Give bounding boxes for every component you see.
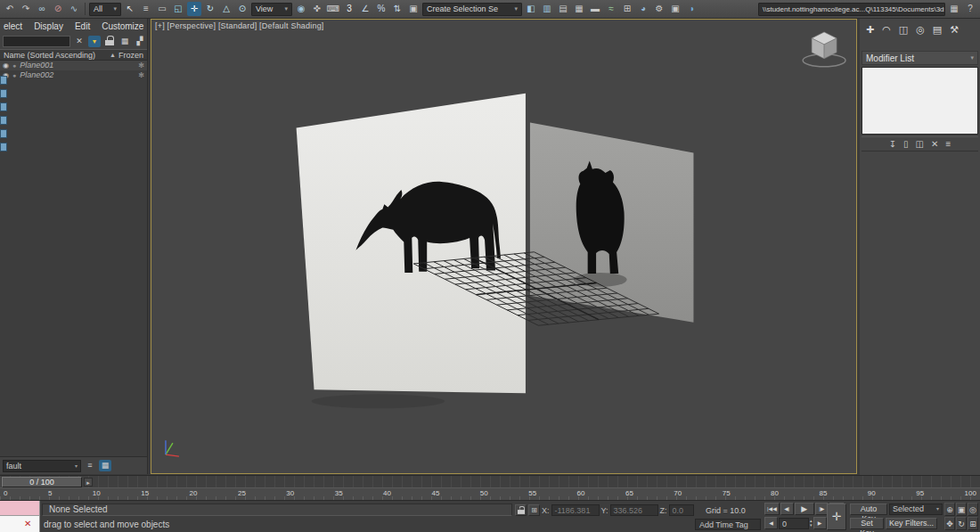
unlink-selection-icon[interactable]: ⊘ (51, 2, 65, 16)
pick-columns-icon[interactable]: ▦ (118, 36, 131, 47)
spinner-down-icon[interactable]: ▾ (810, 523, 813, 528)
go-to-start-button[interactable]: |◀◀ (764, 503, 780, 515)
tab-create-icon[interactable]: ✚ (866, 24, 874, 36)
layout-tab[interactable] (0, 89, 7, 98)
viewport-canvas[interactable] (151, 20, 856, 473)
reference-coordinate-dropdown[interactable]: View ▾ (251, 3, 292, 16)
window-crossing-icon[interactable]: ◱ (171, 2, 185, 16)
set-keys-button[interactable]: ✛ (827, 503, 846, 530)
column-name-label[interactable]: Name (Sorted Ascending) (4, 51, 95, 60)
display-preset-dropdown[interactable]: fault ▾ (3, 460, 81, 472)
tab-motion-icon[interactable]: ◎ (916, 24, 925, 36)
ribbon-toggle-icon[interactable]: ▬ (588, 2, 602, 16)
make-unique-icon[interactable]: ◫ (916, 139, 924, 149)
layout-tab[interactable] (0, 76, 7, 85)
frozen-icon[interactable]: ✻ (138, 61, 144, 70)
select-and-rotate-icon[interactable]: ↻ (203, 2, 217, 16)
key-selection-dropdown[interactable]: Selected ▾ (889, 503, 943, 515)
macro-recorder-field[interactable] (0, 501, 40, 516)
set-key-button[interactable]: Set Key (850, 518, 884, 529)
timeline-ruler[interactable]: 0510152025303540455055606570758085909510… (0, 487, 980, 500)
previous-frame-button[interactable]: ◀| (780, 503, 794, 515)
curve-editor-icon[interactable]: ≈ (604, 2, 618, 16)
modifier-list-dropdown[interactable]: Modifier List ▾ (862, 51, 978, 65)
search-input[interactable] (3, 36, 70, 47)
mirror-icon[interactable]: ◧ (524, 2, 538, 16)
next-frame-arrow[interactable]: ▸ (84, 478, 93, 487)
grid-view-icon[interactable]: ▦ (99, 460, 111, 471)
column-frozen-label[interactable]: Frozen (118, 51, 143, 60)
scene-explorer-column-header[interactable]: Name (Sorted Ascending) ▲ Frozen (0, 49, 147, 61)
percent-snap-icon[interactable]: % (374, 2, 388, 16)
select-object-icon[interactable]: ↖ (123, 2, 137, 16)
play-button[interactable]: ▶ (795, 503, 814, 515)
render-production-icon[interactable]: ◑ (684, 2, 698, 16)
project-path-dropdown[interactable]: \\student.nottinghamcollege.ac...Q\11334… (758, 3, 945, 16)
align-icon[interactable]: ▥ (540, 2, 554, 16)
explorer-settings-icon[interactable]: ▞ (134, 36, 146, 47)
snaps-toggle-icon[interactable]: 3 (342, 2, 356, 16)
redo-icon[interactable]: ↷ (19, 2, 33, 16)
frame-spinner[interactable]: ▴ ▾ (810, 519, 813, 528)
render-setup-icon[interactable]: ⚙ (652, 2, 666, 16)
undo-icon[interactable]: ↶ (3, 2, 17, 16)
absolute-mode-toggle[interactable]: ⊞ (528, 504, 540, 516)
Customize[interactable]: Customize (102, 21, 143, 31)
pan-icon[interactable]: ✥ (944, 517, 955, 530)
remove-modifier-icon[interactable]: ✕ (931, 139, 938, 149)
key-filters-button[interactable]: Key Filters... (886, 518, 937, 529)
list-view-icon[interactable]: ≡ (84, 460, 96, 471)
lock-explorer-icon[interactable] (103, 36, 116, 47)
angle-snap-icon[interactable]: ∠ (358, 2, 372, 16)
track-bar[interactable]: 0 / 100 ▸ (0, 475, 980, 487)
use-pivot-center-icon[interactable]: ◉ (294, 2, 308, 16)
zoom-icon[interactable]: ⊕ (944, 503, 955, 516)
y-coordinate-field[interactable]: 336.526 (610, 504, 658, 516)
zoom-extents-icon[interactable]: ▣ (956, 503, 967, 516)
scene-explorer-toggle-icon[interactable]: ▤ (556, 2, 570, 16)
viewport-label[interactable]: [+] [Perspective] [Standard] [Default Sh… (155, 21, 324, 30)
selection-lock-toggle[interactable] (515, 504, 527, 516)
rendered-frame-icon[interactable]: ▣ (668, 2, 682, 16)
tab-display-icon[interactable]: ▤ (933, 24, 942, 36)
layout-tab[interactable] (0, 116, 7, 125)
named-selection-sets-icon[interactable]: ▣ (406, 2, 421, 16)
layer-explorer-toggle-icon[interactable]: ▦ (572, 2, 586, 16)
show-end-result-icon[interactable]: ▯ (903, 139, 909, 149)
x-coordinate-field[interactable]: -1186.381 (551, 504, 600, 516)
select-by-name-icon[interactable]: ≡ (139, 2, 153, 16)
Edit[interactable]: Edit (75, 21, 90, 31)
select-and-place-icon[interactable]: ⊙ (235, 2, 249, 16)
z-coordinate-field[interactable]: 0.0 (669, 504, 694, 516)
configure-modifier-sets-icon[interactable]: ≡ (945, 139, 951, 149)
layout-tab[interactable] (0, 129, 7, 138)
workspace-icon[interactable]: ▦ (947, 2, 961, 16)
viewcube[interactable] (803, 32, 845, 67)
Display[interactable]: Display (34, 21, 63, 31)
select-and-manipulate-icon[interactable]: ✜ (310, 2, 324, 16)
key-step-forward-button[interactable]: ▶ (813, 517, 827, 529)
key-step-back-button[interactable]: ◀ (764, 517, 778, 529)
perspective-viewport[interactable]: [+] [Perspective] [Standard] [Default Sh… (151, 19, 857, 474)
selection-region-icon[interactable]: ▭ (155, 2, 169, 16)
tab-utilities-icon[interactable]: ⚒ (950, 24, 959, 36)
selection-filter-dropdown[interactable]: All ▾ (89, 3, 121, 16)
scene-explorer-list[interactable]: ◉ ● Plane001 ✻ ◉ ● Plane002 ✻ (0, 61, 147, 456)
time-slider[interactable]: 0 / 100 (2, 477, 82, 487)
help-icon[interactable]: ? (963, 2, 977, 16)
clear-search-icon[interactable]: ✕ (73, 36, 86, 47)
spinner-snap-icon[interactable]: ⇅ (390, 2, 404, 16)
tab-modify-icon[interactable]: ◠ (882, 24, 891, 36)
pin-stack-icon[interactable]: ↧ (889, 139, 896, 149)
visibility-eye-icon[interactable]: ◉ (3, 61, 9, 70)
layout-tab[interactable] (0, 143, 7, 151)
scene-object-row[interactable]: ◉ ● Plane001 ✻ (0, 61, 147, 70)
frozen-icon[interactable]: ✻ (138, 70, 144, 80)
add-time-tag-field[interactable]: Add Time Tag (695, 519, 761, 530)
maximize-viewport-icon[interactable]: ⊞ (968, 517, 978, 530)
field-of-view-icon[interactable]: ◎ (968, 503, 978, 516)
bind-to-space-warp-icon[interactable]: ∿ (67, 2, 81, 16)
tab-hierarchy-icon[interactable]: ◫ (899, 24, 908, 36)
select-and-move-icon[interactable]: ✛ (187, 2, 201, 16)
material-editor-icon[interactable]: ◕ (636, 2, 650, 16)
